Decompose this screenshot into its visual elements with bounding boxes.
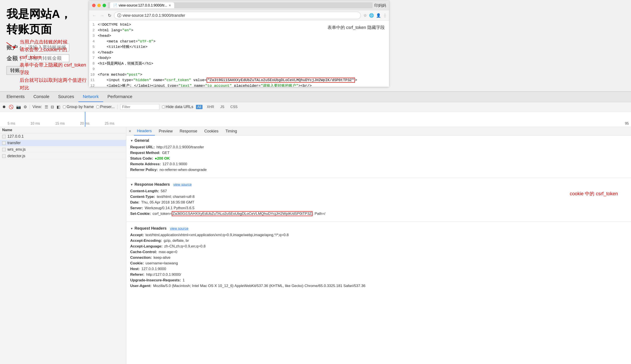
clear-icon[interactable]: 🚫 bbox=[9, 104, 14, 109]
request-method-row: Request Method: GET bbox=[130, 151, 627, 155]
general-toggle-icon: ▼ bbox=[130, 139, 133, 142]
network-item-name-1: transfer bbox=[8, 141, 21, 145]
response-headers-view-source[interactable]: view source bbox=[173, 183, 192, 186]
menu-icon[interactable]: ⋮ bbox=[383, 13, 387, 18]
minimize-button[interactable] bbox=[97, 4, 101, 7]
content-length-val: 567 bbox=[161, 189, 167, 193]
network-item-name-3: detector.js bbox=[8, 154, 25, 158]
camera-icon[interactable]: 📷 bbox=[16, 104, 21, 109]
details-tabs: ✕ Headers Preview Response Cookies Timin… bbox=[126, 127, 631, 136]
hide-data-urls-label[interactable]: Hide data URLs bbox=[162, 104, 193, 109]
date-val: Thu, 05 Apr 2018 16:35:08 GMT bbox=[141, 200, 194, 204]
hide-data-urls-checkbox[interactable] bbox=[162, 106, 165, 108]
record-icon[interactable]: ⏺ bbox=[2, 104, 6, 109]
cache-control-val: max-age=0 bbox=[159, 250, 177, 254]
preserve-log-label[interactable]: Preser... bbox=[96, 104, 115, 109]
request-headers-section-header[interactable]: ▼ Request Headers view source bbox=[130, 226, 627, 231]
tab-performance[interactable]: Performance bbox=[103, 92, 137, 102]
filter-xhr-btn[interactable]: XHR bbox=[205, 105, 216, 109]
view-small-icon[interactable]: ⊟ bbox=[51, 104, 54, 109]
filter-js-btn[interactable]: JS bbox=[219, 105, 226, 109]
response-headers-title: Response Headers bbox=[135, 182, 170, 187]
tab-console[interactable]: Console bbox=[29, 92, 54, 102]
tab-doc-icon: 📄 bbox=[113, 3, 117, 8]
tl-label-5ms: 5 ms bbox=[8, 122, 15, 126]
upgrade-insecure-val: 1 bbox=[182, 278, 184, 282]
details-tab-headers[interactable]: Headers bbox=[134, 127, 155, 136]
tab-sources[interactable]: Sources bbox=[54, 92, 78, 102]
svg-line-0 bbox=[7, 42, 15, 48]
details-tab-preview[interactable]: Preview bbox=[156, 127, 176, 136]
tab-elements[interactable]: Elements bbox=[2, 92, 29, 102]
back-button[interactable]: ← bbox=[91, 13, 97, 18]
source-line-12: 12 <label>账户: </label><input type="text"… bbox=[89, 83, 389, 87]
referrer-policy-val: no-referrer-when-downgrade bbox=[160, 168, 207, 172]
group-by-frame-label[interactable]: Group by frame bbox=[63, 104, 94, 109]
details-close-icon[interactable]: ✕ bbox=[128, 129, 131, 133]
content-type-key: Content-Type: bbox=[130, 194, 155, 199]
cache-control-row: Cache-Control: max-age=0 bbox=[130, 250, 627, 254]
content-length-key: Content-Length: bbox=[130, 189, 159, 193]
network-item-3[interactable]: detector.js bbox=[0, 153, 126, 160]
request-url-row: Request URL: http://127.0.0.1:9000/trans… bbox=[130, 145, 627, 150]
response-headers-section-header[interactable]: ▼ Response Headers view source bbox=[130, 182, 627, 187]
network-item-name-2: wrs_env.js bbox=[8, 147, 26, 152]
details-tab-response[interactable]: Response bbox=[176, 127, 200, 136]
accept-key: Accept: bbox=[130, 233, 144, 237]
remote-address-row: Remote Address: 127.0.0.1:9000 bbox=[130, 162, 627, 166]
request-url-val: http://127.0.0.1:9000/transfer bbox=[156, 145, 204, 150]
filter-input[interactable] bbox=[120, 104, 159, 110]
star-icon[interactable]: ☆ bbox=[363, 13, 367, 18]
tl-label-15ms: 15 ms bbox=[55, 122, 65, 126]
general-section-header[interactable]: ▼ General bbox=[130, 138, 627, 143]
referer-key: Referer: bbox=[130, 272, 144, 277]
accept-language-val: zh-CN,zh;q=0.9,en;q=0.8 bbox=[164, 244, 205, 248]
accept-language-row: Accept-Language: zh-CN,zh;q=0.9,en;q=0.8 bbox=[130, 244, 627, 248]
content-type-val: text/html; charset=utf-8 bbox=[157, 194, 194, 199]
annotation-line-2: 请求会带上cookie中的 csrf_token bbox=[20, 46, 87, 61]
date-row: Date: Thu, 05 Apr 2018 16:35:08 GMT bbox=[130, 200, 627, 204]
cookie-key: Cookie: bbox=[130, 261, 144, 266]
devtools-tabs: Elements Console Sources Network Perform… bbox=[0, 92, 631, 102]
view-label: View: bbox=[33, 104, 42, 109]
maximize-button[interactable] bbox=[103, 4, 106, 7]
network-item-2[interactable]: wrs_env.js bbox=[0, 146, 126, 153]
address-bar[interactable]: ⓘ view-source:127.0.0.1:9000/transfer bbox=[114, 12, 361, 19]
network-item-1[interactable]: transfer bbox=[0, 140, 126, 146]
separator2 bbox=[117, 104, 118, 109]
accept-row: Accept: text/html,application/xhtml+xml,… bbox=[130, 233, 627, 237]
active-tab[interactable]: 📄 view-source:127.0.0.1:9000/tr... ✕ bbox=[110, 2, 174, 8]
forward-button[interactable]: → bbox=[99, 13, 105, 18]
accept-encoding-val: gzip, deflate, br bbox=[163, 238, 189, 243]
annotation-line-4: 后台就可以以取到这两个值进行对比 bbox=[20, 76, 87, 92]
request-headers-view-source[interactable]: view source bbox=[170, 226, 188, 230]
details-tab-cookies[interactable]: Cookies bbox=[201, 127, 222, 136]
preserve-log-text: Preser... bbox=[100, 104, 115, 109]
extension-icon[interactable]: 🌐 bbox=[369, 13, 374, 18]
filter-all-btn[interactable]: All bbox=[196, 105, 202, 109]
filter-icon[interactable]: ⚙ bbox=[24, 104, 27, 109]
left-panel: 我是网站A，转账页面 账户： 金额： 转账 当用户点击转账的时候 请求会带上co… bbox=[0, 0, 87, 91]
group-by-frame-text: Group by frame bbox=[67, 104, 94, 109]
tab-network[interactable]: Network bbox=[78, 92, 103, 102]
close-button[interactable] bbox=[92, 4, 96, 7]
accept-encoding-row: Accept-Encoding: gzip, deflate, br bbox=[130, 238, 627, 243]
referer-row: Referer: http://127.0.0.1:9000/ bbox=[130, 272, 627, 277]
view-list-icon[interactable]: ☰ bbox=[45, 104, 48, 109]
annotation-arrow bbox=[4, 40, 18, 51]
server-val: Werkzeug/0.14.1 Python/3.6.5 bbox=[145, 206, 194, 210]
preserve-log-checkbox[interactable] bbox=[96, 106, 99, 108]
content-type-row: Content-Type: text/html; charset=utf-8 bbox=[130, 194, 627, 199]
reload-button[interactable]: ↻ bbox=[107, 13, 112, 18]
status-code-row: Status Code: ● 200 OK bbox=[130, 156, 627, 161]
annotation-line-1: 当用户点击转账的时候 bbox=[20, 38, 87, 46]
view-screenshot-icon[interactable]: ◧ bbox=[57, 104, 60, 109]
filter-css-btn[interactable]: CSS bbox=[229, 105, 239, 109]
network-item-0[interactable]: 127.0.0.1 bbox=[0, 133, 126, 140]
tab-close-icon[interactable]: ✕ bbox=[168, 4, 171, 7]
details-tab-timing[interactable]: Timing bbox=[222, 127, 240, 136]
network-list: Name 127.0.0.1 transfer wrs_env.js detec… bbox=[0, 127, 631, 364]
date-key: Date: bbox=[130, 200, 140, 204]
profile-icon[interactable]: 👤 bbox=[376, 13, 381, 18]
group-by-frame-checkbox[interactable] bbox=[63, 106, 66, 108]
